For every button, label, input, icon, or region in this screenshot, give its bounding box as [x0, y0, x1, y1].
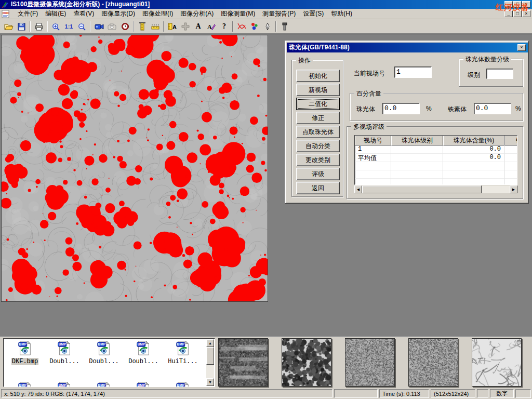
mode-panel: 数字: [490, 389, 514, 398]
move-button[interactable]: [179, 21, 192, 33]
correct-button[interactable]: 修正: [296, 112, 340, 124]
menu-settings[interactable]: 设置(S): [299, 8, 327, 19]
menu-image-process[interactable]: 图像处理(I): [139, 8, 177, 19]
move-cross-icon: [181, 22, 190, 31]
menu-image-measure[interactable]: 图像测量(M): [217, 8, 259, 19]
file-item[interactable]: BMPDoubl...: [124, 340, 163, 365]
table-header-row: 视场号 珠光体级别 珠光体含量(%) 铁素体: [355, 136, 517, 145]
measure-label-button[interactable]: A: [166, 21, 179, 33]
pearlite-input[interactable]: 0.0: [382, 103, 420, 114]
thumbnail-3[interactable]: [345, 338, 395, 387]
auto-classify-button[interactable]: 自动分类: [296, 140, 340, 152]
thumbnail-4[interactable]: [408, 338, 458, 387]
file-item-clipped[interactable]: BMP: [6, 381, 44, 387]
change-class-button[interactable]: 更改类别: [296, 154, 340, 166]
multifield-table[interactable]: 视场号 珠光体级别 珠光体含量(%) 铁素体 1 0.0 平均值 0.0: [354, 135, 517, 185]
svg-text:A: A: [207, 23, 212, 31]
zoom-in-button[interactable]: [49, 21, 62, 33]
new-field-button[interactable]: 新视场: [296, 84, 340, 96]
menu-help[interactable]: 帮助(H): [327, 8, 356, 19]
thumbnail-1[interactable]: [218, 338, 268, 387]
table-row-empty: [355, 162, 517, 170]
flashlight-button[interactable]: [278, 21, 291, 33]
menu-image-analysis[interactable]: 图像分析(A): [177, 8, 217, 19]
specimen-image[interactable]: [1, 35, 268, 302]
col-ferrite: 铁素体: [504, 136, 517, 145]
level-input[interactable]: [486, 69, 513, 79]
annotate-button[interactable]: A: [205, 21, 218, 33]
initialize-button[interactable]: 初始化: [296, 70, 340, 82]
menu-image-display[interactable]: 图像显示(D): [98, 8, 139, 19]
phase-mark-button[interactable]: [248, 21, 261, 33]
pen-icon: [264, 22, 271, 31]
menu-edit[interactable]: 编辑(E): [42, 8, 70, 19]
return-button[interactable]: 返回: [296, 182, 340, 194]
dialog-close-button[interactable]: ×: [517, 44, 526, 51]
file-item-clipped[interactable]: BMP: [164, 381, 202, 387]
svg-text:BMP: BMP: [19, 383, 27, 387]
snapshot-button[interactable]: [105, 21, 118, 33]
save-icon: [18, 23, 25, 31]
thumbnail-5[interactable]: [472, 338, 522, 387]
help-button[interactable]: ?: [218, 21, 231, 33]
percent-group-label: 百分含量: [354, 89, 383, 98]
scroll-up-icon[interactable]: ▲: [206, 339, 214, 347]
bmp-file-icon: BMP: [96, 381, 112, 387]
text-tool-button[interactable]: A: [192, 21, 205, 33]
scroll-thumb[interactable]: [206, 347, 214, 365]
text-edit-icon: A: [207, 23, 216, 31]
pen-tool-button[interactable]: [261, 21, 274, 33]
binarize-button[interactable]: 二值化: [296, 98, 340, 110]
menu-view[interactable]: 查看(V): [70, 8, 98, 19]
empty-panel: [477, 389, 488, 398]
open-file-button[interactable]: [2, 21, 15, 33]
ruler-button[interactable]: [149, 21, 162, 33]
scroll-down-icon[interactable]: ▼: [206, 378, 214, 386]
menu-measure-report[interactable]: 测量报告(P): [259, 8, 299, 19]
bmp-file-icon: BMP: [96, 340, 112, 356]
table-hscrollbar[interactable]: ◀ ▶: [354, 185, 517, 193]
ruler-text-icon: A: [168, 22, 177, 31]
curve-measure-button[interactable]: [235, 21, 248, 33]
clock-icon: [121, 22, 129, 31]
scroll-thumb[interactable]: [362, 185, 482, 193]
file-name[interactable]: Doubl...: [49, 358, 80, 365]
file-list-vscrollbar[interactable]: ▲▼: [206, 339, 214, 386]
zoom-1to1-button[interactable]: 1:1: [62, 21, 75, 33]
caliper-button[interactable]: [136, 21, 149, 33]
print-button[interactable]: [32, 21, 45, 33]
file-item-clipped[interactable]: BMP: [45, 381, 84, 387]
pick-pearlite-button[interactable]: 点取珠光体: [296, 126, 340, 138]
ferrite-input[interactable]: 0.0: [474, 103, 511, 114]
file-item-clipped[interactable]: BMP: [124, 381, 163, 387]
file-name[interactable]: HuiTi...: [167, 358, 198, 365]
timer-button[interactable]: [118, 21, 131, 33]
svg-text:BMP: BMP: [98, 383, 106, 387]
grade-button[interactable]: 评级: [296, 168, 340, 180]
cursor-position-panel: x: 510 y: 79 idx: 0 RGB: (174, 174, 174): [1, 389, 332, 398]
menu-file[interactable]: 文件(F): [14, 8, 42, 19]
level-label: 级别: [468, 71, 480, 79]
table-row-empty: [355, 170, 517, 179]
svg-text:BMP: BMP: [59, 383, 66, 387]
file-item[interactable]: BMPHuiTi...: [164, 340, 202, 365]
scroll-right-icon[interactable]: ▶: [510, 185, 517, 193]
current-field-input[interactable]: 1: [394, 66, 432, 78]
file-item-clipped[interactable]: BMP: [85, 381, 123, 387]
table-row[interactable]: 1 0.0: [355, 145, 517, 154]
file-list[interactable]: BMPDKF.bmpBMPDoubl...BMPDoubl...BMPDoubl…: [3, 338, 215, 387]
zoom-out-button[interactable]: [75, 21, 88, 33]
file-name[interactable]: Doubl...: [88, 358, 119, 365]
thumbnail-2[interactable]: [282, 338, 331, 387]
video-capture-button[interactable]: [92, 21, 105, 33]
scroll-left-icon[interactable]: ◀: [354, 185, 362, 193]
file-name[interactable]: Doubl...: [128, 358, 159, 365]
file-item[interactable]: BMPDKF.bmp: [6, 340, 44, 365]
col-field-no: 视场号: [355, 136, 391, 145]
file-name[interactable]: DKF.bmp: [11, 358, 38, 365]
table-row[interactable]: 平均值 0.0: [355, 154, 517, 162]
save-button[interactable]: [15, 21, 28, 33]
dialog-title-bar: 珠光体(GB/T9441-88) ×: [287, 43, 528, 52]
file-item[interactable]: BMPDoubl...: [85, 340, 123, 365]
file-item[interactable]: BMPDoubl...: [45, 340, 84, 365]
